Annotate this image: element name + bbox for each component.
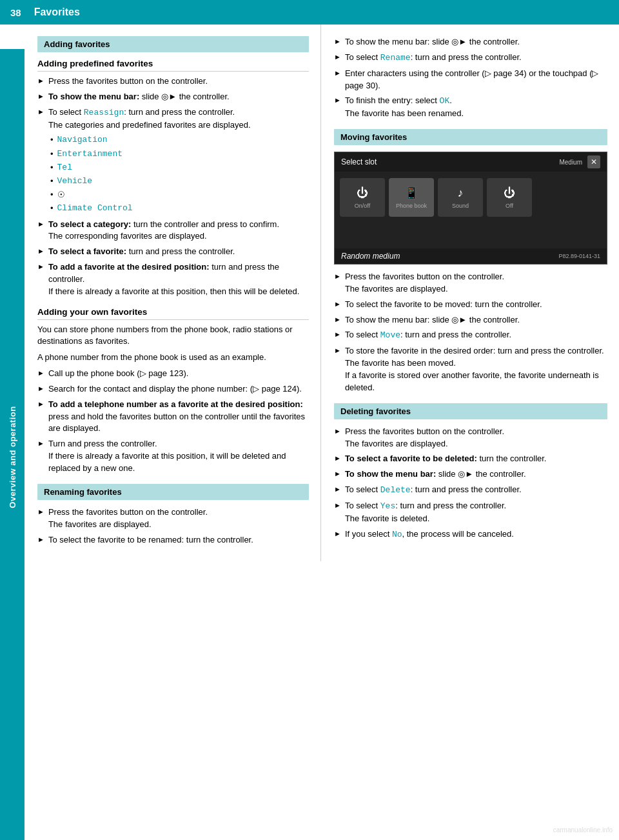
list-item: ► To show the menu bar: slide ◎► the con… — [334, 314, 607, 326]
dot-icon: • — [50, 148, 54, 160]
bullet-arrow-icon: ► — [334, 52, 341, 65]
bullet-arrow-icon: ► — [37, 535, 44, 546]
renaming-favorites-header: Renaming favorites — [37, 484, 309, 500]
list-item: ► To select the favorite to be moved: tu… — [334, 299, 607, 311]
bullet-text: Turn and press the controller.If there i… — [48, 438, 309, 475]
list-item: ► Search for the contact and display the… — [37, 383, 309, 395]
bullet-text: To select the favorite to be moved: turn… — [345, 299, 607, 311]
list-item: • Climate Control — [50, 203, 309, 214]
image-caption: P82.89-0141-31 — [558, 253, 600, 259]
categories-list: • Navigation • Entertainment • Tel • Veh… — [50, 134, 309, 214]
bullet-text: Call up the phone book (▷ page 123). — [48, 368, 309, 380]
bullet-arrow-icon: ► — [37, 439, 44, 475]
bullet-text: To show the menu bar: slide ◎► the contr… — [345, 36, 607, 48]
list-item: ► To show the menu bar: slide ◎► the con… — [334, 36, 607, 48]
list-item: ► Press the favorites button on the cont… — [334, 426, 607, 450]
off-icon: ⏻ — [504, 186, 515, 200]
bullet-arrow-icon: ► — [334, 501, 341, 525]
adding-favorites-header: Adding favorites — [37, 36, 309, 52]
image-top-bar: Select slot Medium ✕ — [335, 152, 607, 172]
list-item: ► Turn and press the controller.If there… — [37, 438, 309, 475]
list-item: ► To show the menu bar: slide ◎► the con… — [334, 468, 607, 481]
bullet-arrow-icon: ► — [334, 485, 341, 497]
category-vehicle: Vehicle — [57, 175, 93, 187]
bullet-arrow-icon: ► — [334, 426, 341, 450]
bullet-arrow-icon: ► — [334, 454, 341, 465]
list-item: ► Press the favorites button on the cont… — [334, 271, 607, 295]
category-navigation: Navigation — [57, 134, 108, 146]
bullet-text: Search for the contact and display the p… — [48, 383, 309, 395]
bullet-arrow-icon: ► — [334, 272, 341, 295]
bullet-arrow-icon: ► — [37, 92, 44, 103]
image-icons-row: ⏻ On/off 📱 Phone book ♪ Sound ⏻ Off — [335, 172, 607, 223]
list-item: • Tel — [50, 162, 309, 174]
image-icon-phonebook: 📱 Phone book — [389, 178, 434, 217]
list-item: ► Press the favorites button on the cont… — [37, 75, 309, 88]
list-item: ► To select a favorite to be deleted: tu… — [334, 453, 607, 465]
bullet-text: To select Reassign: turn and press the c… — [48, 106, 309, 132]
category-climate: Climate Control — [57, 203, 133, 214]
bullet-text: If you select No, the process will be ca… — [345, 528, 607, 541]
dot-icon: • — [50, 203, 54, 214]
list-item: ► To select Rename: turn and press the c… — [334, 52, 607, 65]
bullet-text: To show the menu bar: slide ◎► the con­t… — [345, 468, 607, 481]
list-item: ► To add a favorite at the desired posit… — [37, 261, 309, 298]
icon-label: Off — [506, 203, 513, 209]
para-phone-numbers: You can store phone numbers from the pho… — [37, 324, 309, 348]
bullet-arrow-icon: ► — [37, 246, 44, 258]
dot-icon: • — [50, 189, 54, 201]
list-item: • ☉ — [50, 189, 309, 201]
bullet-text: To select a category: turn the controlle… — [48, 219, 309, 243]
category-globe: ☉ — [57, 189, 65, 201]
sound-icon: ♪ — [458, 186, 464, 200]
page-body: Overview and operation Adding favorites … — [0, 25, 619, 561]
image-bottom-bar: Random medium P82.89-0141-31 — [335, 248, 607, 264]
list-item: ► To show the menu bar: slide ◎► the con… — [37, 91, 309, 103]
icon-label: Phone book — [396, 203, 427, 209]
list-item: ► Press the favorites button on the cont… — [37, 506, 309, 531]
bullet-text: To finish the entry: select OK.The favor… — [345, 95, 607, 120]
deleting-favorites-section: Deleting favorites ► Press the favorites… — [334, 403, 607, 541]
bullet-arrow-icon: ► — [37, 76, 44, 88]
list-item: ► To select a favorite: turn and press t… — [37, 246, 309, 258]
bullet-arrow-icon: ► — [334, 299, 341, 311]
bullet-arrow-icon: ► — [334, 330, 341, 342]
bullet-arrow-icon: ► — [334, 315, 341, 326]
list-item: ► To select a category: turn the control… — [37, 219, 309, 243]
list-item: ► To select the favorite to be renamed: … — [37, 534, 309, 546]
bullet-arrow-icon: ► — [37, 107, 44, 132]
image-icon-sound: ♪ Sound — [438, 178, 483, 217]
dot-icon: • — [50, 162, 54, 174]
list-item: • Navigation — [50, 134, 309, 146]
bullet-arrow-icon: ► — [334, 529, 341, 541]
bullet-text: Press the favorites button on the contro… — [345, 426, 607, 450]
list-item: • Vehicle — [50, 175, 309, 187]
bullet-text: Enter characters using the controller (▷… — [345, 68, 607, 92]
power-icon: ⏻ — [357, 186, 368, 200]
bullet-text: To select a favorite to be deleted: turn… — [345, 453, 607, 465]
bullet-text: To show the menu bar: slide ◎► the con­t… — [48, 91, 309, 103]
list-item: ► To select Reassign: turn and press the… — [37, 106, 309, 132]
adding-own-heading: Adding your own favorites — [37, 307, 309, 320]
para-example: A phone number from the phone book is us… — [37, 352, 309, 364]
moving-favorites-image: Select slot Medium ✕ ⏻ On/off 📱 Phone bo… — [334, 152, 607, 265]
bullet-text: To select the favorite to be renamed: tu… — [48, 534, 309, 546]
bullet-arrow-icon: ► — [37, 368, 44, 380]
bullet-text: To select Move: turn and press the contr… — [345, 329, 607, 342]
list-item: ► To finish the entry: select OK.The fav… — [334, 95, 607, 120]
image-random-medium-label: Random medium — [341, 252, 400, 261]
icon-label: Sound — [452, 203, 469, 209]
deleting-favorites-header: Deleting favorites — [334, 403, 607, 419]
page-header: 38 Favorites — [0, 0, 619, 25]
phonebook-icon: 📱 — [404, 186, 418, 200]
bullet-arrow-icon: ► — [37, 219, 44, 243]
bullet-text: To select Yes: turn and press the contro… — [345, 500, 607, 525]
list-item: • Entertainment — [50, 148, 309, 160]
image-close-button: ✕ — [587, 155, 600, 168]
list-item: ► To select Delete: turn and press the c… — [334, 484, 607, 497]
icon-label: On/off — [355, 203, 370, 209]
page-title: Favorites — [34, 6, 80, 18]
image-icon-onoff: ⏻ On/off — [340, 178, 385, 217]
category-tel: Tel — [57, 162, 72, 174]
category-entertainment: Entertainment — [57, 148, 123, 160]
